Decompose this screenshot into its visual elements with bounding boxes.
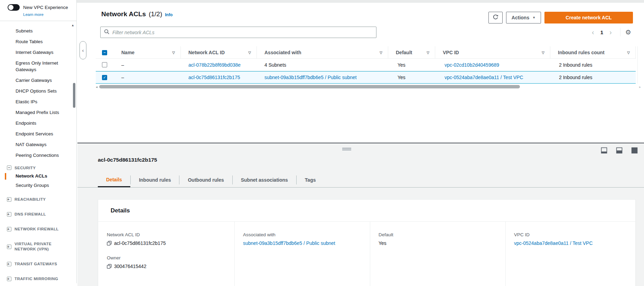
sidebar-item-route-tables[interactable]: Route Tables [0,36,71,47]
tab-details[interactable]: Details [98,173,130,187]
filter-box [100,27,376,38]
copy-icon[interactable] [107,241,112,246]
vpc-id-link[interactable]: vpc-02cd10b2d40459689 [445,62,499,68]
column-header-name[interactable]: Name▽ [114,46,181,59]
associated-with-link[interactable]: subnet-09a3b15dff7bdb6e5 / Public subnet [243,240,335,246]
row-checkbox[interactable] [102,62,107,67]
column-header-default[interactable]: Default▽ [388,46,435,59]
details-card-heading: Details [98,200,635,222]
associated-with-link[interactable]: subnet-09a3b15dff7bdb6e5 / Public subnet [264,75,357,80]
filter-input[interactable] [112,30,373,35]
info-link[interactable]: Info [165,12,172,17]
learn-more-link[interactable]: Learn more [23,12,44,17]
panel-collapse-icon[interactable] [601,147,607,154]
expand-section-icon[interactable]: + [7,262,11,266]
cell-name: – [114,75,181,80]
tab-tags[interactable]: Tags [297,173,324,187]
network-acls-table: − Name▽ Network ACL ID▽ Associated with▽… [96,46,636,84]
previous-page-icon[interactable]: ‹ [588,29,598,36]
sidebar-section-reachability[interactable]: + REACHABILITY [0,197,71,202]
sidebar-section-traffic-mirroring[interactable]: + TRAFFIC MIRRORING [0,276,71,282]
sort-icon[interactable]: ▽ [427,51,429,55]
sidebar-scrollbar-thumb[interactable] [73,83,75,108]
header-checkbox-cell: − [96,50,114,55]
expand-section-icon[interactable]: + [7,277,11,281]
new-vpc-experience-block: New VPC Experience Learn more [0,0,76,21]
cell-inbound-rules: 2 Inbound rules [550,75,636,80]
sidebar-section-security[interactable]: − SECURITY [0,165,71,170]
sidebar-item-subnets[interactable]: Subnets [0,26,71,36]
table-row-selected[interactable]: ✓ – acl-0c75d86131fc2b175 subnet-09a3b15… [96,71,636,84]
split-drag-handle[interactable] [342,148,351,151]
create-network-acl-button[interactable]: Create network ACL [544,12,633,23]
sidebar-item-egress-only-internet-gateways[interactable]: Egress Only Internet Gateways [0,58,69,75]
column-header-inbound-rules-count[interactable]: Inbound rules count▽ [550,46,636,59]
new-vpc-experience-toggle[interactable] [8,4,20,11]
network-acl-id-label: Network ACL ID [107,232,231,237]
tab-inbound-rules[interactable]: Inbound rules [131,173,179,187]
vpc-id-link[interactable]: vpc-0524aba7de8ae0a11 / Test VPC [514,240,593,246]
sidebar-section-transit-gateways[interactable]: + TRANSIT GATEWAYS [0,261,71,267]
associated-with-value[interactable]: 4 Subnets [264,62,286,68]
column-header-network-acl-id[interactable]: Network ACL ID▽ [181,46,257,59]
expand-section-icon[interactable]: + [7,227,11,231]
page-header: Network ACLs (1/2) Info [101,10,172,18]
expand-section-icon[interactable]: + [7,245,11,249]
column-header-vpc-id[interactable]: VPC ID▽ [435,46,550,59]
sidebar-item-endpoints[interactable]: Endpoints [0,118,71,128]
sidebar-item-managed-prefix-lists[interactable]: Managed Prefix Lists [0,107,71,118]
network-acl-id-link[interactable]: acl-078b22b8f69bd038e [188,62,241,68]
refresh-button[interactable] [488,12,503,23]
sort-icon[interactable]: ▽ [627,51,630,55]
search-icon [104,29,110,36]
tab-subnet-associations[interactable]: Subnet associations [233,173,296,187]
actions-button[interactable]: Actions ▼ [506,12,541,23]
select-all-checkbox[interactable]: − [102,50,107,55]
sort-icon[interactable]: ▽ [380,51,382,55]
sidebar-item-peering-connections[interactable]: Peering Connections [0,150,71,161]
scroll-right-icon[interactable]: ▸ [639,85,641,89]
expand-section-icon[interactable]: + [7,212,11,217]
owner-value: 300476415442 [114,264,146,269]
sidebar-scroll-up-icon[interactable]: ▲ [71,23,74,27]
horizontal-scrollbar-thumb[interactable] [99,85,520,88]
sort-icon[interactable]: ▽ [248,51,251,55]
sort-icon[interactable]: ▽ [172,51,175,55]
network-acl-id-link[interactable]: acl-0c75d86131fc2b175 [188,75,240,80]
details-column-2: Associated with subnet-09a3b15dff7bdb6e5… [234,222,370,286]
sidebar-item-endpoint-services[interactable]: Endpoint Services [0,128,71,139]
gear-icon[interactable]: ⚙ [625,28,631,36]
table-header-row: − Name▽ Network ACL ID▽ Associated with▽… [96,46,636,59]
table-row[interactable]: – acl-078b22b8f69bd038e 4 Subnets Yes vp… [96,59,636,71]
page-count: (1/2) [149,10,162,18]
sidebar-item-network-acls[interactable]: Network ACLs [0,171,71,181]
next-page-icon[interactable]: › [605,29,616,36]
sidebar-section-dns-firewall[interactable]: + DNS FIREWALL [0,212,71,217]
sidebar-section-network-firewall[interactable]: + NETWORK FIREWALL [0,227,71,232]
panel-maximize-icon[interactable] [631,147,638,154]
tab-outbound-rules[interactable]: Outbound rules [179,173,232,187]
collapse-section-icon[interactable]: − [7,165,11,170]
pagination: ‹ 1 › ⚙ [588,28,636,37]
column-header-associated-with[interactable]: Associated with▽ [257,46,388,59]
cell-name: – [114,62,181,68]
sidebar-item-elastic-ips[interactable]: Elastic IPs [0,96,71,107]
sort-icon[interactable]: ▽ [542,51,544,55]
vpc-id-link[interactable]: vpc-0524aba7de8ae0a11 / Test VPC [445,75,523,80]
current-page[interactable]: 1 [598,29,605,35]
sidebar-section-vpn[interactable]: + VIRTUAL PRIVATE NETWORK (VPN) [0,241,71,252]
sidebar-item-nat-gateways[interactable]: NAT Gateways [0,139,71,150]
sidebar-item-security-groups[interactable]: Security Groups [0,181,71,190]
details-card: Details Network ACL ID acl-0c75d86131fc2… [98,199,636,286]
sidebar-collapse-handle[interactable]: ‹ [80,41,86,59]
row-checkbox-checked[interactable]: ✓ [102,75,107,80]
copy-icon[interactable] [107,264,112,269]
expand-section-icon[interactable]: + [7,197,11,202]
sidebar-item-internet-gateways[interactable]: Internet Gateways [0,47,71,58]
details-column-1: Network ACL ID acl-0c75d86131fc2b175 Own… [98,222,234,286]
scroll-left-icon[interactable]: ◂ [96,85,97,89]
panel-half-icon[interactable] [616,147,623,154]
sidebar-item-dhcp-options-sets[interactable]: DHCP Options Sets [0,86,71,96]
page-title: Network ACLs [101,10,146,18]
sidebar-item-carrier-gateways[interactable]: Carrier Gateways [0,75,71,86]
